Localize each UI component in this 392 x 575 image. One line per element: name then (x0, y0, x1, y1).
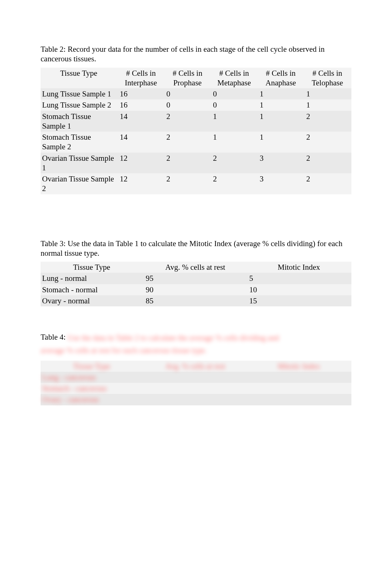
table-row: Ovarian Tissue Sample 2 12 2 2 3 2 (41, 173, 351, 194)
table-row: Ovarian Tissue Sample 1 12 2 2 3 2 (41, 153, 351, 174)
table3-header-rest: Avg. % cells at rest (144, 262, 248, 273)
cell-rest: 85 (144, 295, 248, 306)
cell-anaphase: 3 (258, 173, 305, 194)
table2-caption-text: Record your data for the number of cells… (41, 45, 324, 63)
cell-metaphase: 1 (212, 132, 258, 153)
cell-prophase: 2 (165, 132, 212, 153)
cell-interphase: 14 (118, 132, 165, 153)
cell-tissue: Ovary - cancerous (41, 394, 144, 405)
table4-header-mi: Mitotic Index (248, 361, 351, 372)
cell-prophase: 2 (165, 153, 212, 174)
cell-interphase: 16 (118, 99, 165, 110)
cell-rest (144, 383, 248, 394)
cell-metaphase: 2 (212, 153, 258, 174)
table2-header-metaphase: # Cells in Metaphase (212, 68, 258, 89)
table-row: Lung Tissue Sample 2 16 0 0 1 1 (41, 99, 351, 110)
table2-header-tissue: Tissue Type (41, 68, 118, 89)
cell-interphase: 12 (118, 173, 165, 194)
table4-caption-label: Table 4: (41, 333, 68, 341)
cell-tissue: Ovary - normal (41, 295, 144, 306)
cell-tissue: Stomach - normal (41, 284, 144, 295)
table4-caption: Table 4: Use the data in Table 2 to calc… (41, 332, 351, 343)
table2-header-interphase: # Cells in Interphase (118, 68, 165, 89)
table4-header-tissue: Tissue Type (41, 361, 144, 372)
cell-metaphase: 0 (212, 99, 258, 110)
cell-tissue: Stomach Tissue Sample 2 (41, 132, 118, 153)
table3-header-tissue: Tissue Type (41, 262, 144, 273)
cell-telophase: 1 (305, 99, 351, 110)
cell-rest (144, 372, 248, 383)
table3-header-mi: Mitotic Index (248, 262, 351, 273)
redacted-text: average % cells at rest for each cancero… (41, 345, 351, 355)
table2-caption: Table 2: Record your data for the number… (41, 44, 351, 64)
cell-tissue: Lung Tissue Sample 1 (41, 88, 118, 99)
table-row: Ovary - cancerous (41, 394, 351, 405)
table3-caption-label: Table 3: (41, 239, 68, 248)
redacted-text: Use the data in Table 2 to calculate the… (68, 333, 279, 343)
cell-anaphase: 3 (258, 153, 305, 174)
cell-tissue: Stomach - cancerous (41, 383, 144, 394)
cell-interphase: 14 (118, 111, 165, 132)
cell-interphase: 12 (118, 153, 165, 174)
table2-header-anaphase: # Cells in Anaphase (258, 68, 305, 89)
table4: Tissue Type Avg. % cells at rest Mitotic… (41, 361, 351, 405)
cell-mi (248, 372, 351, 383)
table-row: Stomach - cancerous (41, 383, 351, 394)
table3-caption: Table 3: Use the data in Table 1 to calc… (41, 239, 351, 258)
table-row: Ovary - normal 85 15 (41, 295, 351, 306)
cell-rest: 90 (144, 284, 248, 295)
cell-tissue: Ovarian Tissue Sample 2 (41, 173, 118, 194)
cell-anaphase: 1 (258, 99, 305, 110)
table4-header-rest: Avg. % cells at rest (144, 361, 248, 372)
table-row: Lung Tissue Sample 1 16 0 0 1 1 (41, 88, 351, 99)
cell-tissue: Stomach Tissue Sample 1 (41, 111, 118, 132)
table2-header-prophase: # Cells in Prophase (165, 68, 212, 89)
cell-prophase: 0 (165, 88, 212, 99)
cell-metaphase: 1 (212, 111, 258, 132)
cell-telophase: 1 (305, 88, 351, 99)
cell-anaphase: 1 (258, 88, 305, 99)
table3-caption-text: Use the data in Table 1 to calculate the… (41, 239, 343, 258)
table2: Tissue Type # Cells in Interphase # Cell… (41, 68, 351, 194)
table2-caption-label: Table 2: (41, 45, 68, 54)
table-row: Stomach Tissue Sample 1 14 2 1 1 2 (41, 111, 351, 132)
cell-tissue: Lung - normal (41, 273, 144, 284)
cell-tissue: Lung Tissue Sample 2 (41, 99, 118, 110)
cell-telophase: 2 (305, 111, 351, 132)
table-row: Lung - cancerous (41, 372, 351, 383)
cell-telophase: 2 (305, 153, 351, 174)
cell-metaphase: 0 (212, 88, 258, 99)
cell-metaphase: 2 (212, 173, 258, 194)
table2-header-telophase: # Cells in Telophase (305, 68, 351, 89)
cell-telophase: 2 (305, 173, 351, 194)
cell-tissue: Ovarian Tissue Sample 1 (41, 153, 118, 174)
table-row: Stomach Tissue Sample 2 14 2 1 1 2 (41, 132, 351, 153)
table-row: Lung - normal 95 5 (41, 273, 351, 284)
cell-telophase: 2 (305, 132, 351, 153)
cell-prophase: 2 (165, 111, 212, 132)
cell-anaphase: 1 (258, 132, 305, 153)
cell-tissue: Lung - cancerous (41, 372, 144, 383)
table3: Tissue Type Avg. % cells at rest Mitotic… (41, 262, 351, 306)
cell-anaphase: 1 (258, 111, 305, 132)
cell-rest: 95 (144, 273, 248, 284)
cell-interphase: 16 (118, 88, 165, 99)
cell-mi: 10 (248, 284, 351, 295)
cell-rest (144, 394, 248, 405)
cell-mi: 15 (248, 295, 351, 306)
table-row: Stomach - normal 90 10 (41, 284, 351, 295)
cell-prophase: 0 (165, 99, 212, 110)
cell-mi (248, 394, 351, 405)
cell-mi (248, 383, 351, 394)
cell-mi: 5 (248, 273, 351, 284)
cell-prophase: 2 (165, 173, 212, 194)
